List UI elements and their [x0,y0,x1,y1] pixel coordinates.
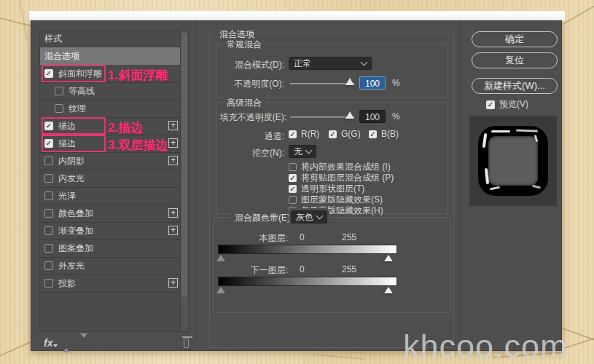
fill-opacity-slider[interactable] [290,116,354,118]
styles-item-stroke-2[interactable]: ✓ 描边 [40,135,181,153]
add-effect-icon[interactable] [168,156,178,165]
new-style-button[interactable]: 新建样式(W)... [472,78,558,94]
styles-item-color-overlay[interactable]: 颜色叠加 [40,205,181,223]
checkbox-unchecked-icon[interactable] [289,196,297,204]
channel-r[interactable]: ✓ R(R) [289,129,319,139]
checkbox-checked-icon[interactable]: ✓ [329,130,337,138]
checkbox-unchecked-icon[interactable] [44,191,53,200]
styles-item-drop-shadow[interactable]: 投影 [40,274,181,293]
opacity-slider-thumb[interactable] [345,78,354,85]
this-layer-black-slider[interactable] [216,255,225,261]
specular-highlight [482,133,488,148]
checkbox-unchecked-icon[interactable] [44,157,53,165]
styles-item-pattern-overlay[interactable]: 图案叠加 [40,240,181,258]
channel-g-label: G(G) [341,129,361,139]
this-layer-gradient-bar[interactable] [218,245,397,254]
blend-mode-value: 正常 [294,58,359,70]
styles-item-blending-options[interactable]: 混合选项 [40,47,181,65]
this-layer-white-slider[interactable] [384,255,393,261]
checkbox-checked-icon[interactable]: ✓ [486,100,495,109]
opacity-slider[interactable] [290,83,354,84]
styles-item-bevel-emboss[interactable]: ✓ 斜面和浮雕 [40,65,181,83]
styles-item-contour[interactable]: 等高线 [40,82,181,100]
add-effect-icon[interactable] [168,226,178,235]
add-effect-icon[interactable] [168,121,178,130]
preview-bevel-core [488,136,538,186]
styles-item-inner-glow[interactable]: 内发光 [40,170,181,188]
styles-panel: 样式 混合选项 ✓ 斜面和浮雕 等高线 纹理 ✓ 描边 ✓ 描边 [39,30,189,332]
checkbox-unchecked-icon[interactable] [44,279,53,288]
opacity-input[interactable]: 100 [359,76,386,90]
checkbox-checked-icon[interactable]: ✓ [289,185,297,193]
fill-opacity-input[interactable]: 100 [359,110,386,123]
styles-item-texture[interactable]: 纹理 [40,100,181,118]
fx-menu-icon[interactable]: fx [44,337,52,349]
scrollbar-thumb[interactable] [181,33,187,297]
checkbox-unchecked-icon[interactable] [55,104,63,113]
blend-if-label: 混合颜色带(E): [231,212,296,224]
checkbox-checked-icon[interactable]: ✓ [369,130,377,138]
blend-mode-dropdown[interactable]: 正常 [289,57,372,70]
this-layer-label: 本图层: [214,232,288,245]
blend-if-group: 混合颜色带(E): 灰色 本图层: 0 255 下一图层: 0 255 [213,217,450,313]
channels-label: 通道: [217,130,284,143]
checkbox-unchecked-icon[interactable] [44,244,53,253]
panel-divider [198,21,198,350]
move-effect-down-icon[interactable] [80,338,87,348]
styles-scrollbar[interactable] [180,31,188,331]
channel-b-label: B(B) [381,129,399,139]
this-layer-max: 255 [342,232,356,242]
delete-effect-icon[interactable] [184,339,189,348]
ok-button[interactable]: 确定 [472,31,558,47]
chevron-down-icon [305,147,313,154]
add-effect-icon[interactable] [168,208,178,218]
blend-if-dropdown[interactable]: 灰色 [291,210,327,223]
styles-toolbar: fx [39,336,189,350]
specular-highlight [491,130,510,132]
window-top-strip [29,11,565,20]
add-effect-icon[interactable] [168,138,178,148]
fill-opacity-slider-thumb[interactable] [345,111,354,119]
fill-opacity-label: 填充不透明度(E): [217,111,286,124]
knockout-label: 挖空(N): [217,147,284,159]
styles-item-outer-glow[interactable]: 外发光 [40,257,181,275]
specular-highlight [532,185,541,189]
underlying-layer-max: 255 [342,264,356,274]
channel-g[interactable]: ✓ G(G) [329,129,361,139]
layer-style-dialog: 样式 混合选项 ✓ 斜面和浮雕 等高线 纹理 ✓ 描边 ✓ 描边 [31,20,562,351]
underlying-layer-label: 下一图层: [214,264,288,277]
move-effect-up-icon[interactable] [63,338,70,348]
underlying-layer-min: 0 [300,264,305,274]
add-effect-icon[interactable] [168,278,178,288]
checkbox-unchecked-icon[interactable] [55,87,63,95]
checkbox-checked-icon[interactable]: ✓ [44,122,53,130]
styles-item-gradient-overlay[interactable]: 渐变叠加 [40,222,181,240]
blend-mode-label: 混合模式(D): [217,59,284,71]
checkbox-checked-icon[interactable]: ✓ [289,130,297,138]
reset-button[interactable]: 复位 [472,52,558,68]
styles-item-stroke-1[interactable]: ✓ 描边 [40,117,181,135]
styles-item-inner-shadow[interactable]: 内阴影 [40,152,181,170]
opacity-label: 不透明度(O): [217,78,284,90]
this-layer-min: 0 [300,232,305,242]
checkbox-unchecked-icon[interactable] [44,261,53,270]
knockout-dropdown[interactable]: 无 [289,145,316,158]
general-blending-legend: 常规混合 [223,39,265,51]
underlying-layer-black-slider[interactable] [216,287,225,293]
styles-item-satin[interactable]: 光泽 [40,187,181,205]
underlying-layer-gradient-bar[interactable] [218,277,397,286]
checkbox-checked-icon[interactable]: ✓ [289,174,297,182]
checkbox-unchecked-icon[interactable] [44,209,53,218]
checkbox-unchecked-icon[interactable] [289,163,297,171]
checkbox-unchecked-icon[interactable] [44,174,53,183]
checkbox-checked-icon[interactable]: ✓ [44,69,53,78]
panel-divider [460,21,461,350]
opacity-percent: % [392,78,400,88]
preview-label: 预览(V) [499,98,528,111]
channel-b[interactable]: ✓ B(B) [369,129,399,139]
checkbox-unchecked-icon[interactable] [44,226,53,235]
preview-toggle[interactable]: ✓ 预览(V) [486,98,528,111]
underlying-layer-white-slider[interactable] [384,287,393,293]
preview-bevel-ring [478,126,548,196]
checkbox-checked-icon[interactable]: ✓ [44,139,53,148]
